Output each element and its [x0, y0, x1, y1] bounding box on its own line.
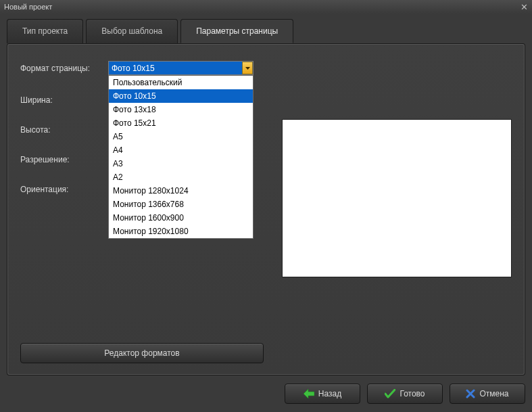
- tab-label: Выбор шаблона: [101, 26, 162, 36]
- dialog-window: Новый проект ✕ Тип проекта Выбор шаблона…: [0, 0, 532, 412]
- chevron-down-icon: [245, 67, 250, 70]
- page-preview: [282, 119, 512, 277]
- tab-page-params[interactable]: Параметры страницы: [180, 19, 293, 43]
- x-icon: [466, 389, 475, 398]
- label-height: Высота:: [20, 125, 108, 135]
- page-format-dropdown[interactable]: ПользовательскийФото 10x15Фото 13x18Фото…: [108, 75, 253, 239]
- dropdown-option[interactable]: Фото 10x15: [109, 89, 253, 103]
- row-format: Формат страницы: Фото 10x15 Пользователь…: [20, 61, 268, 75]
- titlebar: Новый проект ✕: [0, 0, 532, 14]
- dropdown-option[interactable]: Монитор 1920x1080: [109, 225, 253, 238]
- content-panel: Формат страницы: Фото 10x15 Пользователь…: [7, 43, 525, 375]
- footer: Назад Готово Отмена: [0, 380, 532, 412]
- button-label: Готово: [400, 389, 425, 398]
- dropdown-option[interactable]: A3: [109, 157, 253, 170]
- format-editor-button[interactable]: Редактор форматов: [20, 343, 264, 363]
- combo-selected-text: Фото 10x15: [112, 64, 155, 73]
- page-format-combo[interactable]: Фото 10x15 ПользовательскийФото 10x15Фот…: [108, 61, 253, 75]
- label-orientation: Ориентация:: [20, 185, 108, 194]
- tab-template[interactable]: Выбор шаблона: [86, 19, 178, 43]
- back-button[interactable]: Назад: [285, 384, 360, 404]
- check-icon: [385, 389, 395, 398]
- dropdown-option[interactable]: Монитор 1280x1024: [109, 184, 253, 198]
- label-width: Ширина:: [20, 95, 108, 105]
- dropdown-option[interactable]: Фото 13x18: [109, 103, 253, 116]
- dropdown-option[interactable]: Фото 15x21: [109, 116, 253, 130]
- close-icon[interactable]: ✕: [521, 3, 528, 12]
- tab-label: Параметры страницы: [196, 26, 278, 36]
- tab-label: Тип проекта: [22, 26, 68, 36]
- label-resolution: Разрешение:: [20, 155, 108, 164]
- button-label: Отмена: [479, 389, 508, 398]
- label-format: Формат страницы:: [20, 64, 108, 73]
- cancel-button[interactable]: Отмена: [450, 384, 525, 404]
- dropdown-option[interactable]: A5: [109, 130, 253, 143]
- dropdown-option[interactable]: Монитор 1366x768: [109, 198, 253, 211]
- tabs: Тип проекта Выбор шаблона Параметры стра…: [0, 14, 532, 43]
- done-button[interactable]: Готово: [367, 384, 443, 404]
- window-title: Новый проект: [4, 3, 52, 11]
- dropdown-option[interactable]: Пользовательский: [109, 76, 253, 89]
- dropdown-toggle-button[interactable]: [242, 62, 253, 74]
- button-label: Назад: [318, 389, 341, 398]
- dropdown-option[interactable]: Монитор 1600x900: [109, 211, 253, 225]
- arrow-left-icon: [304, 389, 314, 398]
- button-label: Редактор форматов: [104, 348, 179, 358]
- dropdown-option[interactable]: A2: [109, 170, 253, 184]
- tab-project-type[interactable]: Тип проекта: [7, 19, 83, 43]
- dropdown-option[interactable]: A4: [109, 143, 253, 157]
